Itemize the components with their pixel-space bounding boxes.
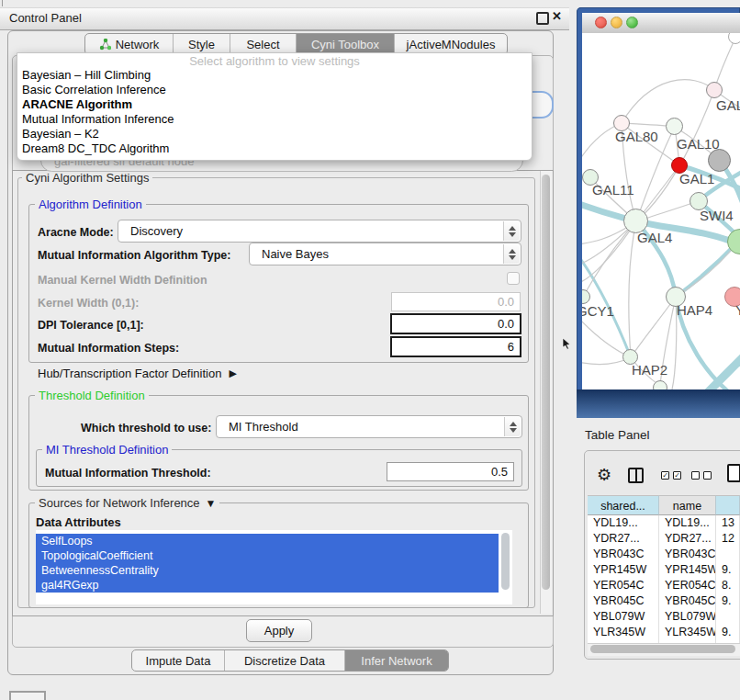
- node-label: GCY1: [582, 303, 614, 319]
- cell-shared: YPR145W: [588, 562, 659, 578]
- cell-name: YBL079W: [659, 609, 716, 625]
- mi-type-label: Mutual Information Algorithm Type:: [38, 249, 230, 262]
- node-label: Y: [735, 302, 740, 318]
- cell-value: 13: [716, 515, 740, 531]
- dropdown-option[interactable]: Dream8 DC_TDC Algorithm: [20, 141, 527, 156]
- hub-definition-expander[interactable]: Hub/Transcription Factor Definition ▶: [38, 367, 237, 380]
- cell-name: YLR345W: [659, 625, 716, 640]
- panel-edge-tick: [2, 0, 3, 6]
- tab-cyni-toolbox[interactable]: Cyni Toolbox: [296, 34, 394, 54]
- table-row[interactable]: YLR345W YLR345W 9.: [588, 625, 740, 640]
- table-hscrollbar-thumb[interactable]: [590, 645, 735, 653]
- table-row[interactable]: YBR045C YBR045C 9.: [588, 593, 740, 609]
- mi-threshold-definition-title: MI Threshold Definition: [42, 443, 172, 457]
- network-icon: [99, 39, 111, 51]
- cell-name: YPR145W: [659, 562, 716, 578]
- column-header-shared[interactable]: shared...: [588, 495, 659, 515]
- algorithm-dropdown-popup: Select algorithm to view settings Bayesi…: [17, 52, 533, 161]
- network-node[interactable]: [708, 149, 731, 172]
- columns-icon[interactable]: [628, 468, 644, 483]
- tab-impute-data[interactable]: Impute Data: [132, 650, 224, 671]
- cell-name: YBR043C: [659, 547, 716, 562]
- tab-discretize-data[interactable]: Discretize Data: [224, 650, 344, 671]
- clear-checks-icon[interactable]: [691, 471, 712, 480]
- column-header-partial[interactable]: [716, 495, 740, 515]
- mi-type-combobox[interactable]: Naive Bayes: [249, 243, 521, 265]
- network-node[interactable]: [728, 33, 740, 44]
- apply-label: Apply: [264, 624, 295, 638]
- checked-box-icon: ✓: [673, 471, 681, 480]
- manual-kernel-checkbox[interactable]: [507, 272, 520, 285]
- attributes-scrollbar-thumb[interactable]: [501, 533, 510, 590]
- table-row[interactable]: YBR043C YBR043C: [588, 547, 740, 562]
- column-header-name[interactable]: name: [659, 495, 716, 515]
- maximize-traffic-light[interactable]: [626, 17, 638, 28]
- float-window-icon[interactable]: [536, 12, 549, 25]
- node-label: GAL10: [677, 136, 720, 152]
- network-node[interactable]: [706, 82, 723, 98]
- tab-label: Style: [188, 38, 215, 51]
- dropdown-option[interactable]: Bayesian – Hill Climbing: [20, 68, 527, 83]
- tab-jactivemnodules[interactable]: jActiveMNodules: [394, 34, 507, 54]
- node-table: YDL19... YDL19... 13 YDR27... YDR27... 1…: [588, 515, 740, 643]
- node-label: HAP2: [632, 362, 667, 378]
- gear-icon[interactable]: ⚙: [597, 467, 611, 483]
- cell-shared: YLR345W: [588, 625, 659, 640]
- dropdown-option[interactable]: Mutual Information Inference: [20, 112, 527, 127]
- network-node[interactable]: [666, 118, 683, 135]
- which-threshold-label: Which threshold to use:: [81, 422, 211, 435]
- minimize-traffic-light[interactable]: [611, 17, 622, 28]
- dropdown-placeholder: Select algorithm to view settings: [17, 54, 532, 68]
- aracne-mode-value: Discovery: [130, 224, 183, 238]
- sources-expander[interactable]: Sources for Network Inference ▼: [35, 496, 219, 510]
- tab-select[interactable]: Select: [230, 34, 296, 54]
- list-item-selected[interactable]: gal4RGexp: [36, 578, 499, 593]
- settings-scrollbar-thumb[interactable]: [542, 175, 550, 590]
- list-item-selected[interactable]: TopologicalCoefficient: [36, 548, 499, 563]
- tab-label: Cyni Toolbox: [311, 38, 379, 51]
- tab-network[interactable]: Network: [85, 34, 173, 54]
- close-traffic-light[interactable]: [595, 17, 607, 28]
- kernel-width-field[interactable]: 0.0: [391, 292, 521, 311]
- hub-definition-label: Hub/Transcription Factor Definition: [38, 367, 221, 380]
- list-item-selected[interactable]: SelfLoops: [36, 534, 499, 548]
- table-row[interactable]: YER054C YER054C 8.: [588, 578, 740, 593]
- algorithm-combobox-partial[interactable]: [530, 91, 554, 119]
- network-node[interactable]: [653, 380, 667, 390]
- mi-threshold-field[interactable]: 0.5: [387, 462, 514, 481]
- tab-label: Impute Data: [146, 654, 211, 668]
- network-window-titlebar[interactable]: [582, 13, 740, 34]
- network-canvas[interactable]: GAL GAL80 GAL10 GAL1 GAL11 SWI4 GAL4 GCY…: [582, 33, 740, 390]
- table-row[interactable]: YBL079W YBL079W: [588, 609, 740, 625]
- select-all-checks-icon[interactable]: ✓ ✓: [661, 471, 681, 480]
- document-icon[interactable]: [727, 464, 740, 482]
- apply-button[interactable]: Apply: [246, 619, 312, 642]
- dropdown-option-selected[interactable]: ARACNE Algorithm: [20, 97, 527, 112]
- dpi-tolerance-field[interactable]: 0.0: [390, 313, 521, 334]
- dropdown-option[interactable]: Basic Correlation Inference: [20, 83, 527, 97]
- chevron-down-icon: ▼: [206, 497, 217, 510]
- bottom-tabs: Impute Data Discretize Data Infer Networ…: [131, 649, 449, 672]
- which-threshold-combobox[interactable]: MI Threshold: [216, 415, 522, 438]
- tab-label: Infer Network: [361, 654, 432, 668]
- table-row[interactable]: YPR145W YPR145W 9.: [588, 562, 740, 578]
- tab-style[interactable]: Style: [173, 34, 230, 54]
- stepper-icon: [503, 244, 520, 264]
- list-item-selected[interactable]: BetweennessCentrality: [36, 563, 499, 578]
- node-label: GAL1: [679, 171, 714, 186]
- table-row[interactable]: YDL19... YDL19... 13: [588, 515, 740, 531]
- table-panel-title: Table Panel: [585, 428, 650, 442]
- dropdown-option[interactable]: Bayesian – K2: [20, 127, 527, 141]
- tab-infer-network[interactable]: Infer Network: [344, 650, 448, 671]
- cell-value: 12: [716, 531, 740, 547]
- mi-steps-field[interactable]: 6: [390, 336, 521, 357]
- cell-shared: YBR045C: [588, 593, 659, 609]
- cell-name: YDR27...: [659, 531, 716, 547]
- table-row[interactable]: YDR27... YDR27... 12: [588, 531, 740, 547]
- aracne-mode-combobox[interactable]: Discovery: [118, 220, 521, 243]
- tab-label: Select: [246, 38, 279, 51]
- node-label: GAL4: [637, 230, 672, 245]
- close-icon[interactable]: ✕: [552, 9, 562, 23]
- mouse-cursor: [562, 337, 572, 350]
- mi-steps-label: Mutual Information Steps:: [38, 342, 179, 355]
